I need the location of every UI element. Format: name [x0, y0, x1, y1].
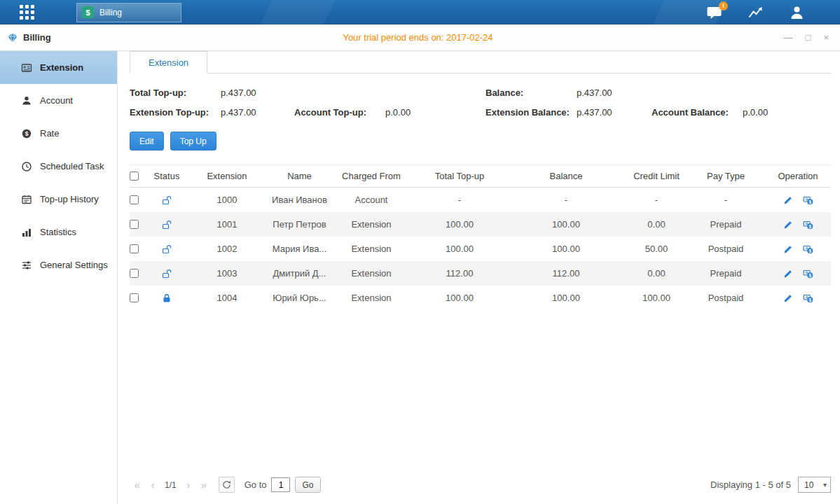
go-button[interactable]: Go	[295, 477, 320, 493]
messages-icon[interactable]: !	[706, 6, 722, 20]
prev-page-button[interactable]: ‹	[145, 477, 160, 493]
unlocked-icon	[162, 220, 172, 230]
col-pay-type: Pay Type	[687, 171, 765, 181]
next-page-button[interactable]: ›	[181, 477, 196, 493]
cell-name: Юрий Юрь...	[270, 293, 329, 303]
balance-field: Balance: p.437.00	[486, 88, 652, 98]
sidebar-item-general-settings[interactable]: General Settings	[0, 248, 117, 281]
refresh-button[interactable]	[219, 477, 235, 493]
tab-extension[interactable]: Extension	[130, 51, 207, 74]
account-balance-value: p.0.00	[743, 107, 768, 118]
cell-charged-from: Extension	[329, 219, 413, 230]
select-all-checkbox[interactable]	[130, 172, 139, 181]
edit-row-icon[interactable]	[783, 269, 793, 279]
sidebar-item-label: Statistics	[40, 227, 76, 237]
row-checkbox[interactable]	[130, 293, 139, 302]
edit-row-icon[interactable]	[783, 293, 793, 303]
minimize-button[interactable]: —	[784, 33, 793, 42]
row-checkbox[interactable]	[130, 244, 139, 253]
cell-balance: -	[506, 195, 626, 205]
top-up-row-icon[interactable]: $	[803, 293, 813, 303]
edit-row-icon[interactable]	[783, 220, 793, 230]
sidebar-item-statistics[interactable]: Statistics	[0, 216, 117, 248]
cell-extension: 1000	[184, 195, 270, 205]
edit-row-icon[interactable]	[783, 195, 793, 205]
edit-button[interactable]: Edit	[130, 132, 164, 150]
cell-total-topup: 112.00	[413, 268, 506, 279]
table-row: 1000 Иван Иванов Account - - - -	[130, 188, 831, 212]
total-topup-field: Total Top-up: p.437.00	[130, 88, 294, 98]
cell-credit-limit: 50.00	[626, 244, 687, 254]
sidebar-item-extension[interactable]: Extension	[0, 51, 117, 84]
top-up-row-icon[interactable]: $	[803, 244, 813, 254]
extension-balance-field: Extension Balance: p.437.00	[486, 107, 652, 118]
table-header: Status Extension Name Charged From Total…	[130, 164, 831, 188]
cell-extension: 1002	[184, 244, 270, 254]
account-topup-value: p.0.00	[385, 107, 411, 118]
cell-name: Дмитрий Д...	[270, 268, 329, 279]
extension-topup-label: Extension Top-up:	[130, 107, 221, 118]
billing-app-tab-label: Billing	[99, 8, 122, 18]
sidebar-item-rate[interactable]: $ Rate	[0, 117, 117, 150]
window-titlebar: Billing Your trial period ends on: 2017-…	[0, 24, 840, 51]
displaying-text: Displaying 1 - 5 of 5	[710, 479, 791, 490]
cell-total-topup: 100.00	[413, 219, 506, 230]
cell-charged-from: Extension	[329, 244, 413, 254]
account-balance-field: Account Balance: p.0.00	[652, 107, 831, 118]
sidebar-item-label: General Settings	[40, 260, 108, 270]
first-page-button[interactable]: «	[130, 477, 145, 493]
svg-text:$: $	[808, 272, 811, 278]
notification-badge: !	[719, 1, 728, 10]
page-size-select[interactable]: 10 ▾	[798, 477, 831, 493]
row-checkbox[interactable]	[130, 220, 139, 229]
close-button[interactable]: ×	[823, 33, 829, 42]
goto-page-input[interactable]	[271, 477, 290, 492]
account-icon	[21, 95, 32, 106]
cell-total-topup: 100.00	[413, 244, 506, 254]
cell-name: Петр Петров	[270, 219, 329, 230]
user-account-icon[interactable]	[789, 6, 805, 20]
maximize-button[interactable]: □	[806, 33, 811, 42]
billing-app-tab[interactable]: $ Billing	[76, 3, 181, 22]
edit-row-icon[interactable]	[783, 244, 793, 254]
top-up-button[interactable]: Top Up	[170, 132, 216, 150]
top-up-row-icon[interactable]: $	[803, 220, 813, 230]
topbar-right-icons: !	[706, 6, 805, 20]
tabstrip: Extension	[130, 51, 831, 74]
trial-notice: Your trial period ends on: 2017-02-24	[161, 32, 675, 43]
cell-name: Иван Иванов	[270, 195, 329, 205]
window-title: Billing	[23, 32, 51, 43]
row-checkbox[interactable]	[130, 269, 139, 278]
billing-dollar-icon: $	[82, 6, 94, 18]
main-content: Extension Total Top-up: p.437.00 Balance…	[118, 51, 840, 504]
col-charged-from: Charged From	[329, 171, 413, 181]
sliders-icon	[21, 260, 32, 271]
top-up-row-icon[interactable]: $	[803, 195, 813, 205]
cell-charged-from: Account	[329, 195, 413, 205]
sidebar-item-label: Scheduled Task	[40, 161, 104, 172]
reports-chart-icon[interactable]	[748, 6, 764, 20]
sidebar-item-scheduled-task[interactable]: Scheduled Task	[0, 150, 117, 183]
sidebar-item-account[interactable]: Account	[0, 84, 117, 117]
rate-icon: $	[21, 128, 32, 139]
cell-total-topup: 100.00	[413, 293, 506, 303]
unlocked-icon	[162, 244, 172, 254]
cell-balance: 100.00	[506, 219, 626, 230]
cell-extension: 1001	[184, 219, 270, 230]
cell-name: Мария Ива...	[270, 244, 329, 254]
locked-icon	[162, 293, 172, 303]
action-buttons: Edit Top Up	[130, 132, 831, 150]
last-page-button[interactable]: »	[196, 477, 212, 493]
billing-gem-icon	[7, 32, 18, 43]
extension-balance-value: p.437.00	[577, 107, 612, 118]
top-up-row-icon[interactable]: $	[803, 269, 813, 279]
sidebar-item-topup-history[interactable]: Top-up History	[0, 183, 117, 216]
sidebar-item-label: Top-up History	[40, 194, 99, 204]
row-checkbox[interactable]	[130, 195, 139, 204]
app-body: Extension Account $ Rate	[0, 51, 840, 504]
col-credit-limit: Credit Limit	[626, 171, 687, 181]
billing-app-window: $ Billing ! Billing Your trial	[0, 0, 840, 504]
svg-text:$: $	[808, 223, 811, 229]
apps-grid-icon[interactable]	[20, 5, 34, 20]
pagination-right: Displaying 1 - 5 of 5 10 ▾	[710, 477, 831, 493]
